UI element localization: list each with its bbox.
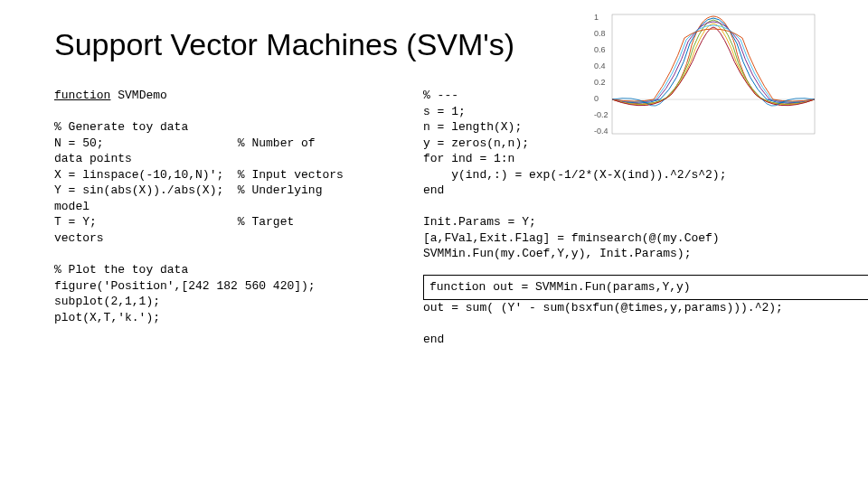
code-right: % --- s = 1; n = length(X); y = zeros(n,… — [423, 88, 868, 347]
function-box: function out = SVMMin.Fun(params,Y,y) — [423, 275, 868, 300]
code-lower: out = sum( (Y' - sum(bsxfun(@times,y,par… — [423, 300, 868, 348]
line-subplot: subplot(2,1,1); — [54, 295, 160, 308]
slide: Support Vector Machines (SVM's) 1 0.8 0.… — [0, 0, 868, 488]
code-block-right: % --- s = 1; n = length(X); y = zeros(n,… — [423, 88, 868, 262]
r-l9a: [a,FVal,Exit.Flag] = fminsearch(@(my.Coe… — [423, 231, 720, 245]
r-l4: y = zeros(n,n); — [423, 136, 529, 150]
r-l8: Init.Params = Y; — [423, 215, 536, 229]
line-ty2: vectors — [54, 231, 104, 245]
content-columns: function SVMDemo % Generate toy data N =… — [54, 88, 814, 347]
box-code: function out = SVMMin.Fun(params,Y,y) — [429, 279, 863, 296]
svg-text:0.6: 0.6 — [594, 45, 606, 54]
code-block-left: function SVMDemo % Generate toy data N =… — [54, 88, 407, 325]
line-linspace: X = linspace(-10,10,N)'; % Input vectors — [54, 168, 344, 182]
line-figure: figure('Position',[242 182 560 420]); — [54, 279, 316, 293]
r-l7: end — [423, 183, 444, 197]
keyword-function: function — [54, 89, 110, 102]
r-l5: for ind = 1:n — [423, 152, 514, 165]
svg-text:0.2: 0.2 — [594, 78, 606, 87]
r-l1: % --- — [423, 89, 458, 102]
r-l9b: SVMMin.Fun(my.Coef,Y,y), Init.Params); — [423, 247, 691, 260]
func-name: SVMDemo — [110, 89, 166, 102]
r-l3: n = length(X); — [423, 120, 522, 134]
line-n50: N = 50; % Number of — [54, 136, 316, 150]
svg-text:1: 1 — [594, 13, 599, 22]
line-n50b: data points — [54, 152, 132, 165]
r-l6: y(ind,:) = exp(-1/2*(X-X(ind)).^2/s^2); — [423, 168, 726, 182]
comment-plot: % Plot the toy data — [54, 263, 188, 277]
r-l2: s = 1; — [423, 105, 466, 118]
line-sinabs: Y = sin(abs(X))./abs(X); % Underlying — [54, 183, 322, 197]
line-plot: plot(X,T,'k.'); — [54, 311, 160, 324]
comment-generate: % Generate toy data — [54, 120, 188, 134]
r-l10: out = sum( (Y' - sum(bsxfun(@times,y,par… — [423, 301, 783, 314]
line-ty: T = Y; % Target — [54, 215, 294, 229]
r-l11: end — [423, 333, 444, 346]
svg-text:0.4: 0.4 — [594, 61, 606, 70]
svg-text:0.8: 0.8 — [594, 29, 606, 38]
line-sinabs2: model — [54, 200, 90, 213]
code-left: function SVMDemo % Generate toy data N =… — [54, 88, 407, 347]
